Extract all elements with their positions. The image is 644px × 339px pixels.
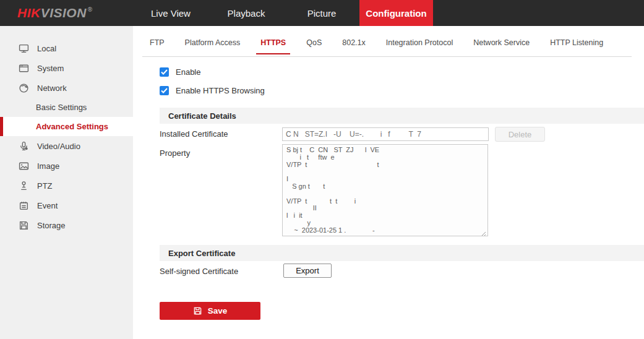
sidebar-item-ptz[interactable]: PTZ (0, 176, 133, 195)
sidebar-item-basic-settings[interactable]: Basic Settings (0, 98, 133, 117)
sidebar-item-image[interactable]: Image (0, 156, 133, 176)
enable-https-browsing-label: Enable HTTPS Browsing (176, 86, 265, 95)
nav-live-view[interactable]: Live View (133, 0, 208, 26)
export-certificate-title: Export Certificate (168, 249, 235, 258)
tab-http-listening[interactable]: HTTP Listening (549, 35, 604, 54)
sidebar-item-label: Basic Settings (36, 103, 87, 112)
enable-checkbox-label: Enable (176, 67, 200, 77)
sidebar-item-label: Network (37, 84, 67, 93)
sidebar-item-label: Advanced Settings (36, 122, 108, 131)
microphone-icon (19, 141, 29, 152)
sidebar-item-advanced-settings[interactable]: Advanced Settings (0, 117, 133, 136)
sidebar-item-label: Image (37, 161, 59, 171)
enable-https-browsing-checkbox[interactable] (160, 86, 169, 95)
save-button-label: Save (208, 306, 228, 315)
sidebar-item-system[interactable]: System (0, 58, 133, 78)
property-line: S gn t t (286, 183, 484, 191)
sidebar-item-label: System (37, 64, 64, 73)
property-line: i t ftw e (286, 154, 484, 161)
sidebar-item-storage[interactable]: Storage (0, 215, 133, 235)
ptz-joystick-icon (19, 181, 29, 191)
tab-https[interactable]: HTTPS (256, 35, 290, 54)
property-textarea[interactable]: S bj t C CN ST ZJ l VE i t ftw e V/TP t … (282, 144, 488, 236)
save-button[interactable]: Save (160, 302, 260, 320)
property-line: S bj t C CN ST ZJ l VE (286, 147, 484, 154)
storage-disk-icon (19, 220, 29, 231)
main-content: FTP Platform Access HTTPS QoS 802.1x Int… (133, 26, 644, 339)
tab-platform-access[interactable]: Platform Access (184, 35, 242, 54)
hikvision-logo-text: HIKVISION® (17, 6, 93, 20)
tab-ftp[interactable]: FTP (148, 35, 166, 54)
globe-icon (19, 83, 29, 93)
sidebar: Local System Network Basic Settings (0, 26, 133, 339)
sidebar-item-network[interactable]: Network (0, 78, 133, 98)
property-line: V/TP t t (286, 161, 484, 169)
logo-brand-red: HIK (17, 6, 41, 20)
nav-picture[interactable]: Picture (284, 0, 359, 26)
save-floppy-icon (193, 306, 202, 315)
check-icon (161, 69, 168, 75)
property-line: I (286, 176, 484, 183)
self-signed-certificate-label: Self-signed Certificate (160, 267, 238, 276)
window-icon (19, 63, 29, 74)
registered-trademark-icon: ® (88, 6, 93, 13)
top-navigation-bar: HIKVISION® Live View Playback Picture Co… (0, 0, 644, 26)
enable-https-browsing-checkbox-row: Enable HTTPS Browsing (160, 86, 265, 95)
sidebar-item-label: Video/Audio (37, 142, 80, 151)
tab-802-1x[interactable]: 802.1x (341, 35, 367, 54)
delete-button[interactable]: Delete (495, 127, 545, 142)
settings-tab-bar: FTP Platform Access HTTPS QoS 802.1x Int… (148, 35, 604, 54)
sidebar-item-local[interactable]: Local (0, 38, 133, 58)
nav-configuration[interactable]: Configuration (359, 0, 433, 26)
tab-qos[interactable]: QoS (305, 35, 323, 54)
export-button[interactable]: Export (283, 264, 332, 278)
enable-checkbox[interactable] (160, 67, 169, 77)
property-label: Property (160, 148, 190, 158)
installed-certificate-input[interactable]: C N ST=Z.I -U U=-. i f T 7 (282, 127, 489, 141)
monitor-icon (19, 43, 29, 54)
textarea-resize-handle[interactable] (480, 228, 486, 234)
certificate-details-section-header: Certificate Details (160, 108, 644, 124)
sidebar-item-label: Event (37, 201, 58, 210)
sidebar-item-label: PTZ (37, 181, 53, 191)
tab-network-service[interactable]: Network Service (472, 35, 531, 54)
event-calendar-icon (19, 200, 29, 211)
property-line: V/TP t t t i (286, 198, 484, 205)
check-icon (161, 88, 168, 93)
property-line: l i it (286, 212, 484, 220)
property-line: ~ 2023-01-25 1 . - (286, 227, 484, 234)
sidebar-item-label: Local (37, 44, 56, 53)
sidebar-item-label: Storage (37, 221, 66, 230)
tab-bar-divider (142, 56, 632, 57)
hikvision-logo: HIKVISION® (0, 0, 133, 26)
property-line: y (286, 220, 484, 227)
sidebar-item-event[interactable]: Event (0, 195, 133, 215)
tab-integration-protocol[interactable]: Integration Protocol (385, 35, 454, 54)
certificate-details-title: Certificate Details (168, 111, 236, 121)
property-line (286, 191, 484, 198)
enable-checkbox-row: Enable (160, 67, 200, 77)
nav-playback[interactable]: Playback (208, 0, 284, 26)
image-icon (19, 161, 29, 171)
sidebar-item-video-audio[interactable]: Video/Audio (0, 136, 133, 156)
export-certificate-section-header: Export Certificate (160, 245, 644, 261)
property-line (286, 168, 484, 176)
installed-certificate-label: Installed Certificate (160, 129, 228, 139)
property-line: II (286, 205, 484, 212)
logo-brand-gray: VISION (41, 6, 87, 20)
